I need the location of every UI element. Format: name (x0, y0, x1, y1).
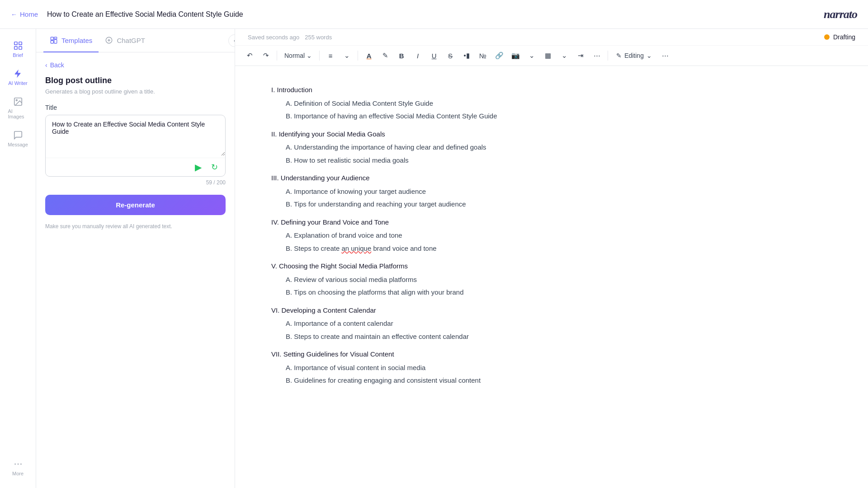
outline-sub-4b: B. Steps to create an unique brand voice… (271, 243, 660, 254)
format-select[interactable]: Normal ⌄ (281, 50, 316, 61)
svg-point-5 (16, 99, 17, 101)
drafting-label: Drafting (833, 33, 855, 41)
editor-area: Saved seconds ago 255 words Drafting ↶ ↷… (235, 29, 868, 488)
outline-main-5: V. Choosing the Right Social Media Platf… (271, 260, 660, 272)
svg-point-7 (17, 464, 19, 465)
panel-content: ‹ Back Blog post outline Generates a blo… (36, 52, 235, 239)
back-label: Back (50, 61, 64, 69)
outline-sub-7b: B. Guidelines for creating engaging and … (271, 375, 660, 386)
image-chevron-button[interactable]: ⌄ (524, 48, 539, 63)
drafting-dot-icon (824, 34, 830, 40)
editor-content: I. Introduction A. Definition of Social … (235, 66, 868, 488)
doc-body: I. Introduction A. Definition of Social … (271, 84, 660, 386)
svg-rect-2 (14, 47, 17, 49)
sidebar-item-message[interactable]: Message (3, 126, 33, 152)
italic-button[interactable]: I (410, 48, 425, 63)
back-link[interactable]: ‹ Back (45, 61, 226, 69)
sidebar-more-label: More (12, 471, 24, 476)
outline-main-4: IV. Defining your Brand Voice and Tone (271, 216, 660, 228)
outline-sub-3a: A. Importance of knowing your target aud… (271, 186, 660, 197)
collapse-panel-button[interactable]: ‹ (228, 34, 235, 47)
link-button[interactable]: 🔗 (492, 48, 506, 63)
sidebar-brief-label: Brief (13, 52, 23, 58)
outline-sub-2a: A. Understanding the importance of havin… (271, 141, 660, 153)
ordered-list-button[interactable]: № (476, 48, 490, 63)
more-button[interactable]: ⋯ (590, 48, 604, 63)
outline-main-3: III. Understanding your Audience (271, 172, 660, 184)
editing-select[interactable]: ✎ Editing ⌄ (612, 50, 656, 61)
toolbar-divider-4 (608, 51, 608, 61)
highlight-button[interactable]: ✎ (378, 48, 392, 63)
regenerate-button[interactable]: Re-generate (45, 195, 226, 215)
sidebar-aiimages-label: AI Images (8, 108, 28, 119)
toolbar-divider-2 (319, 51, 320, 61)
action-check-icon[interactable]: ▶ (192, 161, 204, 174)
outline-sub-5b: B. Tips on choosing the platforms that a… (271, 286, 660, 298)
outline-sub-2b: B. How to set realistic social media goa… (271, 155, 660, 166)
outline-sub-6b: B. Steps to create and maintain an effec… (271, 331, 660, 343)
svg-point-8 (20, 464, 22, 465)
word-count: 255 words (305, 34, 332, 41)
align-button[interactable]: ≡ (323, 48, 338, 63)
outline-main-6: VI. Developing a Content Calendar (271, 305, 660, 316)
bolt-icon (13, 69, 23, 79)
chatgpt-icon (105, 36, 113, 44)
indent-button[interactable]: ⇥ (573, 48, 588, 63)
chevron-left-icon: ← (11, 11, 17, 18)
outline-section-7: VII. Setting Guidelines for Visual Conte… (271, 348, 660, 386)
top-nav: ← Home How to Create an Effective Social… (0, 0, 868, 29)
table-chevron-button[interactable]: ⌄ (557, 48, 571, 63)
svg-rect-10 (54, 37, 57, 39)
home-label: Home (20, 10, 38, 18)
chevron-down-icon: ⌄ (307, 52, 312, 59)
outline-sub-7a: A. Importance of visual content in socia… (271, 362, 660, 374)
toolbar-divider-1 (277, 51, 277, 61)
bullet-list-button[interactable]: •▮ (459, 48, 474, 63)
sidebar-item-more[interactable]: More (3, 455, 33, 481)
underline-button[interactable]: U (427, 48, 441, 63)
redo-button[interactable]: ↷ (259, 48, 273, 63)
image-button[interactable]: 📷 (508, 48, 523, 63)
action-refresh-icon[interactable]: ↻ (208, 161, 221, 174)
section-desc: Generates a blog post outline given a ti… (45, 88, 226, 95)
misspelling-highlight: an unique (341, 244, 371, 252)
disclaimer-text: Make sure you manually review all AI gen… (45, 222, 226, 230)
svg-rect-11 (51, 41, 53, 43)
strikethrough-button[interactable]: S (443, 48, 458, 63)
outline-main-1: I. Introduction (271, 84, 660, 96)
drafting-badge: Drafting (824, 33, 855, 41)
sidebar-message-label: Message (8, 142, 28, 147)
sidebar-item-ai-writer[interactable]: AI Writer (3, 64, 33, 90)
svg-rect-12 (54, 40, 57, 43)
outline-section-1: I. Introduction A. Definition of Social … (271, 84, 660, 122)
text-color-button[interactable]: A (362, 48, 376, 63)
outline-section-5: V. Choosing the Right Social Media Platf… (271, 260, 660, 298)
title-input[interactable]: How to Create an Effective Social Media … (46, 115, 225, 156)
home-link[interactable]: ← Home (11, 10, 38, 18)
panel-tabs: Templates ChatGPT ‹ (36, 29, 235, 52)
table-button[interactable]: ▦ (541, 48, 555, 63)
side-panel: Templates ChatGPT ‹ ‹ Back Blog post out… (36, 29, 235, 488)
bold-button[interactable]: B (394, 48, 409, 63)
tab-templates[interactable]: Templates (43, 29, 99, 52)
undo-button[interactable]: ↶ (242, 48, 257, 63)
sidebar-aiwriter-label: AI Writer (8, 80, 28, 86)
message-icon (13, 130, 23, 140)
char-counter: 59 / 200 (45, 179, 226, 186)
sidebar-item-ai-images[interactable]: AI Images (3, 92, 33, 124)
align-chevron-button[interactable]: ⌄ (340, 48, 354, 63)
outline-section-3: III. Understanding your Audience A. Impo… (271, 172, 660, 210)
format-label: Normal (284, 52, 305, 59)
svg-rect-0 (14, 42, 17, 45)
left-sidebar: Brief AI Writer AI Images Message More (0, 29, 36, 488)
outline-sub-4a: A. Explanation of brand voice and tone (271, 230, 660, 241)
doc-title: How to Create an Effective Social Media … (47, 10, 824, 19)
svg-rect-9 (51, 37, 53, 40)
outline-section-4: IV. Defining your Brand Voice and Tone A… (271, 216, 660, 254)
more-options-button[interactable]: ⋯ (658, 48, 673, 63)
svg-rect-1 (19, 42, 21, 45)
section-title: Blog post outline (45, 76, 226, 85)
tab-chatgpt[interactable]: ChatGPT (99, 29, 151, 52)
sidebar-item-brief[interactable]: Brief (3, 36, 33, 62)
outline-sub-1b: B. Importance of having an effective Soc… (271, 110, 660, 122)
